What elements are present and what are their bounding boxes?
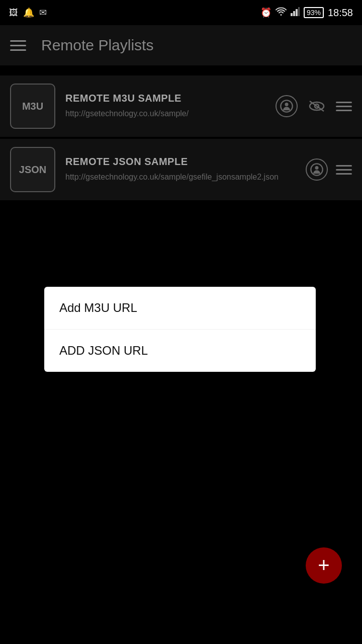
- playlist-thumb-json: JSON: [10, 147, 55, 192]
- page-title: Remote Playlists: [41, 37, 153, 54]
- signal-icon: [291, 7, 300, 19]
- svg-marker-3: [298, 7, 300, 16]
- playlist-item-m3u: M3U REMOTE M3U SAMPLE http://gsetechnolo…: [0, 75, 362, 137]
- fab-plus-icon: +: [318, 555, 329, 575]
- top-bar: Remote Playlists: [0, 25, 362, 65]
- playlist-name-m3u: REMOTE M3U SAMPLE: [65, 93, 265, 104]
- wifi-icon: [276, 7, 287, 19]
- playlist-actions-m3u: [276, 95, 352, 117]
- fab-add-button[interactable]: +: [306, 547, 342, 584]
- svg-point-5: [285, 103, 289, 106]
- alert-icon: 🔔: [23, 7, 34, 18]
- playlist-url-m3u: http://gsetechnology.co.uk/sample/: [65, 108, 265, 119]
- svg-point-10: [315, 166, 319, 170]
- playlist-url-json: http://gsetechnology.co.uk/sample/gsefil…: [65, 172, 296, 183]
- alarm-icon: ⏰: [260, 7, 272, 18]
- menu-button[interactable]: [10, 40, 26, 51]
- eye-slash-icon-m3u[interactable]: [306, 95, 328, 117]
- status-time: 18:58: [328, 7, 353, 19]
- user-circle-icon-json[interactable]: [306, 158, 328, 181]
- playlist-info-m3u: REMOTE M3U SAMPLE http://gsetechnology.c…: [65, 93, 265, 119]
- add-json-url-item[interactable]: ADD JSON URL: [44, 330, 316, 372]
- playlist-list: M3U REMOTE M3U SAMPLE http://gsetechnolo…: [0, 65, 362, 212]
- svg-marker-2: [296, 9, 298, 16]
- add-m3u-url-item[interactable]: Add M3U URL: [44, 287, 316, 330]
- playlist-thumb-m3u: M3U: [10, 84, 55, 129]
- user-circle-icon-m3u[interactable]: [276, 95, 298, 117]
- popup-menu: Add M3U URL ADD JSON URL: [44, 287, 316, 372]
- message-icon: ✉: [39, 7, 47, 18]
- context-menu-icon-json[interactable]: [336, 165, 352, 175]
- svg-marker-0: [291, 13, 293, 16]
- playlist-name-json: REMOTE JSON SAMPLE: [65, 156, 296, 168]
- svg-marker-1: [293, 11, 295, 16]
- playlist-item-json: JSON REMOTE JSON SAMPLE http://gsetechno…: [0, 139, 362, 200]
- context-menu-icon-m3u[interactable]: [336, 102, 352, 111]
- playlist-info-json: REMOTE JSON SAMPLE http://gsetechnology.…: [65, 156, 296, 183]
- status-bar: 🖼 🔔 ✉ ⏰ 93% 18:58: [0, 0, 362, 25]
- notification-icon: 🖼: [9, 8, 18, 18]
- battery-indicator: 93%: [304, 7, 324, 18]
- playlist-actions-json: [306, 158, 352, 181]
